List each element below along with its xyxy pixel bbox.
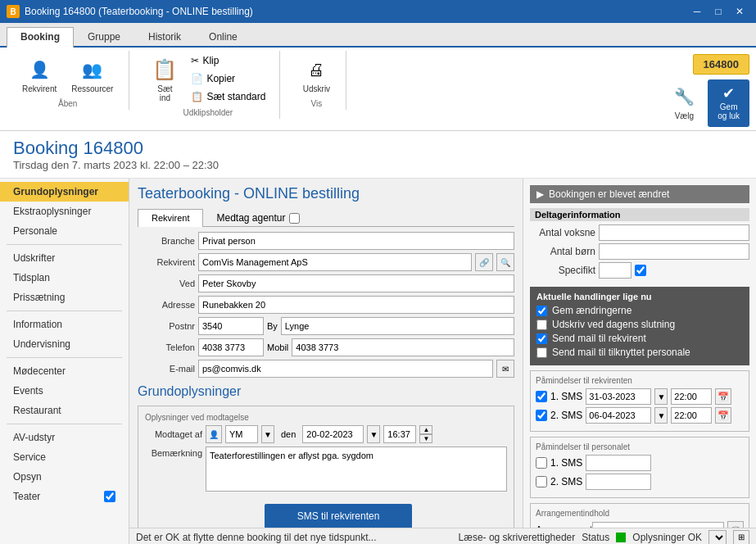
status-dropdown[interactable] — [708, 530, 727, 545]
aktuelle-check-2[interactable] — [536, 333, 547, 344]
abn-section-label: Åben — [58, 99, 77, 108]
specifikt-input[interactable] — [599, 262, 632, 279]
time-down-btn[interactable]: ▼ — [419, 434, 432, 443]
sidebar-item-prissaetning[interactable]: Prissætning — [0, 288, 129, 307]
time-input[interactable] — [383, 425, 416, 443]
teater-checkbox[interactable] — [104, 491, 115, 502]
sidebar-item-teater[interactable]: Teater — [0, 487, 129, 506]
telefon-input[interactable] — [198, 338, 264, 356]
udskriv-label: Udskriv — [303, 84, 330, 93]
sms1-time-input[interactable] — [671, 388, 712, 405]
gem-og-luk-button[interactable]: ✔ Gemog luk — [708, 79, 749, 127]
ribbon-btn-vaelg[interactable]: 🔧 Vælg — [665, 79, 703, 127]
tab-booking[interactable]: Booking — [7, 27, 74, 48]
rekvirent-search-btn[interactable]: 🔍 — [496, 253, 514, 271]
sidebar-item-events[interactable]: Events — [0, 381, 129, 401]
sms-buttons-area: SMS til rekvirenten SMS til personalet — [265, 501, 412, 528]
den-input[interactable] — [302, 425, 364, 443]
antal-born-input[interactable] — [599, 243, 749, 260]
sidebar-item-service[interactable]: Service — [0, 447, 129, 467]
sms2-date-btn[interactable]: ▼ — [654, 407, 668, 424]
rights-text: Læse- og skriverettigheder — [459, 532, 576, 543]
minimize-button[interactable]: ─ — [687, 3, 707, 20]
window-title: Booking 164800 (Teaterbooking - ONLINE b… — [25, 6, 253, 17]
sidebar-item-tidsplan[interactable]: Tidsplan — [0, 268, 129, 288]
arrangement-icon-btn[interactable]: 📋 — [727, 521, 744, 528]
bemaerkning-textarea[interactable] — [206, 447, 507, 492]
date-dropdown-btn[interactable]: ▼ — [367, 425, 380, 443]
sms1-date-input[interactable] — [586, 388, 651, 405]
changed-bar[interactable]: ▶ Bookingen er blevet ændret — [530, 185, 749, 203]
sms2-calendar-btn[interactable]: 📅 — [715, 407, 731, 424]
sidebar-item-modecenter[interactable]: Mødecenter — [0, 361, 129, 381]
sms1-calendar-btn[interactable]: 📅 — [715, 388, 731, 405]
p-sms1-date-input[interactable] — [586, 455, 651, 471]
sidebar-item-av-udstyr[interactable]: AV-udstyr — [0, 428, 129, 447]
aktuelle-item-1: Udskriv ved dagens slutning — [536, 319, 743, 330]
ribbon-btn-kopier[interactable]: 📄 Kopier — [187, 70, 269, 87]
sidebar-item-undervisning[interactable]: Undervisning — [0, 334, 129, 354]
antal-born-row: Antal børn — [530, 243, 749, 260]
medtag-agentur-checkbox[interactable] — [289, 213, 300, 224]
sidebar-item-opsyn[interactable]: Opsyn — [0, 467, 129, 487]
mobil-input[interactable] — [292, 338, 514, 356]
tab-online[interactable]: Online — [195, 27, 251, 46]
sidebar-item-ekstraoplysninger[interactable]: Ekstraoplysninger — [0, 202, 129, 221]
booking-number-box: 164800 — [693, 54, 749, 75]
ved-input[interactable] — [198, 274, 514, 292]
arrangement-input[interactable] — [592, 522, 724, 528]
modtagelse-box: Oplysninger ved modtagelse Modtaget af 👤… — [138, 406, 514, 528]
email-label: E-mail — [138, 364, 195, 374]
sms1-checkbox[interactable] — [536, 391, 547, 402]
sms2-time-input[interactable] — [671, 407, 712, 424]
rekvirent-link-btn[interactable]: 🔗 — [475, 253, 493, 271]
ribbon-btn-saet-standard[interactable]: 📋 Sæt standard — [187, 88, 269, 105]
by-input[interactable] — [281, 317, 514, 335]
ribbon-btn-rekvirent[interactable]: 👤 Rekvirent — [16, 52, 62, 97]
email-input[interactable] — [198, 360, 493, 378]
grid-view-btn[interactable]: ⊞ — [733, 530, 749, 545]
aktuelle-check-3[interactable] — [536, 347, 547, 358]
modtaget-af-row: Modtaget af 👤 ▼ den ▼ ▲ ▼ — [145, 425, 507, 443]
postnr-input[interactable] — [198, 317, 264, 335]
adresse-input[interactable] — [198, 296, 514, 314]
maximize-button[interactable]: □ — [708, 3, 728, 20]
aktuelle-label-0: Gem ændringerne — [552, 305, 632, 316]
close-button[interactable]: ✕ — [730, 3, 749, 20]
p-sms2-checkbox[interactable] — [536, 476, 547, 487]
sms-rekvirent-btn[interactable]: SMS til rekvirenten — [265, 504, 412, 528]
email-btn[interactable]: ✉ — [496, 360, 514, 378]
tab-inner-rekvirent[interactable]: Rekvirent — [138, 209, 203, 227]
ribbon-btn-ressourcer[interactable]: 👥 Ressourcer — [66, 52, 119, 97]
title-bar-title-area: B Booking 164800 (Teaterbooking - ONLINE… — [7, 5, 253, 18]
sidebar-item-restaurant[interactable]: Restaurant — [0, 401, 129, 420]
rekvirent-input[interactable] — [198, 253, 472, 271]
sms1-date-btn[interactable]: ▼ — [654, 388, 668, 405]
sidebar-item-personale[interactable]: Personale — [0, 221, 129, 241]
p-sms1-checkbox[interactable] — [536, 457, 547, 469]
branche-input[interactable] — [198, 232, 514, 250]
ribbon-btn-udskriv[interactable]: 🖨 Udskriv — [297, 52, 336, 97]
antal-voksne-input[interactable] — [599, 224, 749, 241]
medtag-agentur-area: Medtag agentur — [216, 212, 299, 224]
tab-gruppe[interactable]: Gruppe — [74, 27, 134, 46]
udklipsholder-label: Udklipsholder — [183, 108, 233, 117]
specifikt-checkbox[interactable] — [635, 265, 646, 276]
modtagelse-label: Oplysninger ved modtagelse — [145, 413, 507, 422]
tab-historik[interactable]: Historik — [134, 27, 195, 46]
sidebar-item-udskrifter[interactable]: Udskrifter — [0, 248, 129, 268]
p-sms2-date-input[interactable] — [586, 474, 651, 490]
modtaget-af-input[interactable] — [225, 425, 258, 443]
aktuelle-check-1[interactable] — [536, 320, 547, 330]
bemaerkning-label: Bemærkning — [145, 447, 202, 458]
sms2-checkbox[interactable] — [536, 410, 547, 421]
ribbon-btn-klip[interactable]: ✂ Klip — [187, 52, 269, 69]
person-icon-btn[interactable]: 👤 — [206, 425, 222, 443]
sms2-date-input[interactable] — [586, 407, 651, 424]
aktuelle-check-0[interactable] — [536, 306, 547, 316]
sidebar-item-grundoplysninger[interactable]: Grundoplysninger — [0, 182, 129, 202]
sidebar-item-information[interactable]: Information — [0, 315, 129, 334]
ribbon-btn-saet-ind[interactable]: 📋 Sætind — [146, 52, 183, 107]
time-up-btn[interactable]: ▲ — [419, 425, 432, 434]
modtaget-dropdown-btn[interactable]: ▼ — [261, 425, 274, 443]
